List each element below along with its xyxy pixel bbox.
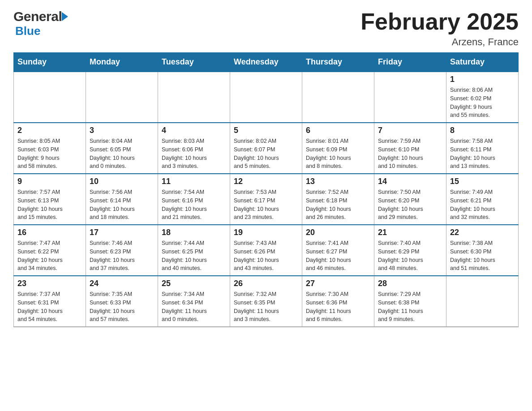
day-cell-w5-d1: 23Sunrise: 7:37 AMSunset: 6:31 PMDayligh… <box>14 276 86 327</box>
day-cell-w2-d1: 2Sunrise: 8:05 AMSunset: 6:03 PMDaylight… <box>14 123 86 174</box>
header-thursday: Thursday <box>302 53 374 72</box>
day-info: Sunrise: 7:47 AMSunset: 6:22 PMDaylight:… <box>17 239 82 273</box>
day-cell-w3-d5: 13Sunrise: 7:52 AMSunset: 6:18 PMDayligh… <box>302 174 374 225</box>
week-row-5: 23Sunrise: 7:37 AMSunset: 6:31 PMDayligh… <box>14 276 519 327</box>
day-number: 7 <box>378 126 442 135</box>
header-saturday: Saturday <box>446 53 519 72</box>
day-cell-w1-d4 <box>230 72 302 123</box>
day-number: 16 <box>17 228 82 237</box>
day-cell-w5-d6: 28Sunrise: 7:29 AMSunset: 6:38 PMDayligh… <box>374 276 446 327</box>
day-cell-w4-d3: 18Sunrise: 7:44 AMSunset: 6:25 PMDayligh… <box>158 225 230 276</box>
day-cell-w4-d5: 20Sunrise: 7:41 AMSunset: 6:27 PMDayligh… <box>302 225 374 276</box>
day-number: 3 <box>90 126 154 135</box>
day-info: Sunrise: 7:38 AMSunset: 6:30 PMDaylight:… <box>450 239 515 273</box>
day-info: Sunrise: 7:29 AMSunset: 6:38 PMDaylight:… <box>378 290 442 324</box>
day-info: Sunrise: 7:57 AMSunset: 6:13 PMDaylight:… <box>17 188 82 222</box>
day-info: Sunrise: 8:03 AMSunset: 6:06 PMDaylight:… <box>162 137 226 171</box>
day-cell-w2-d7: 8Sunrise: 7:58 AMSunset: 6:11 PMDaylight… <box>446 123 519 174</box>
logo-blue-text: Blue <box>15 24 68 38</box>
day-number: 19 <box>234 228 298 237</box>
day-info: Sunrise: 7:56 AMSunset: 6:14 PMDaylight:… <box>90 188 154 222</box>
day-number: 26 <box>234 279 298 288</box>
day-cell-w4-d6: 21Sunrise: 7:40 AMSunset: 6:29 PMDayligh… <box>374 225 446 276</box>
day-cell-w3-d6: 14Sunrise: 7:50 AMSunset: 6:20 PMDayligh… <box>374 174 446 225</box>
day-info: Sunrise: 7:54 AMSunset: 6:16 PMDaylight:… <box>162 188 226 222</box>
day-cell-w2-d4: 5Sunrise: 8:02 AMSunset: 6:07 PMDaylight… <box>230 123 302 174</box>
location-subtitle: Arzens, France <box>360 36 519 48</box>
day-info: Sunrise: 7:41 AMSunset: 6:27 PMDaylight:… <box>306 239 370 273</box>
day-info: Sunrise: 7:40 AMSunset: 6:29 PMDaylight:… <box>378 239 442 273</box>
day-info: Sunrise: 7:37 AMSunset: 6:31 PMDaylight:… <box>17 290 82 324</box>
day-number: 2 <box>17 126 82 135</box>
day-number: 12 <box>234 177 298 186</box>
calendar-title: February 2025 <box>360 9 519 34</box>
header-sunday: Sunday <box>14 53 86 72</box>
day-cell-w1-d1 <box>14 72 86 123</box>
day-cell-w3-d2: 10Sunrise: 7:56 AMSunset: 6:14 PMDayligh… <box>86 174 158 225</box>
week-row-4: 16Sunrise: 7:47 AMSunset: 6:22 PMDayligh… <box>14 225 519 276</box>
day-info: Sunrise: 7:59 AMSunset: 6:10 PMDaylight:… <box>378 137 442 171</box>
day-number: 23 <box>17 279 82 288</box>
day-cell-w3-d4: 12Sunrise: 7:53 AMSunset: 6:17 PMDayligh… <box>230 174 302 225</box>
day-info: Sunrise: 7:30 AMSunset: 6:36 PMDaylight:… <box>306 290 370 324</box>
day-cell-w5-d4: 26Sunrise: 7:32 AMSunset: 6:35 PMDayligh… <box>230 276 302 327</box>
day-number: 13 <box>306 177 370 186</box>
day-info: Sunrise: 8:06 AMSunset: 6:02 PMDaylight:… <box>450 86 515 120</box>
page-header: General Blue February 2025 Arzens, Franc… <box>13 9 519 48</box>
day-number: 10 <box>90 177 154 186</box>
day-info: Sunrise: 8:01 AMSunset: 6:09 PMDaylight:… <box>306 137 370 171</box>
day-info: Sunrise: 7:58 AMSunset: 6:11 PMDaylight:… <box>450 137 515 171</box>
day-info: Sunrise: 7:35 AMSunset: 6:33 PMDaylight:… <box>90 290 154 324</box>
day-info: Sunrise: 7:49 AMSunset: 6:21 PMDaylight:… <box>450 188 515 222</box>
week-row-1: 1Sunrise: 8:06 AMSunset: 6:02 PMDaylight… <box>14 72 519 123</box>
day-info: Sunrise: 7:34 AMSunset: 6:34 PMDaylight:… <box>162 290 226 324</box>
header-tuesday: Tuesday <box>158 53 230 72</box>
day-info: Sunrise: 7:50 AMSunset: 6:20 PMDaylight:… <box>378 188 442 222</box>
day-cell-w1-d5 <box>302 72 374 123</box>
logo-arrow-icon <box>62 12 68 21</box>
day-number: 28 <box>378 279 442 288</box>
day-number: 4 <box>162 126 226 135</box>
logo: General Blue <box>13 9 68 38</box>
day-cell-w2-d3: 4Sunrise: 8:03 AMSunset: 6:06 PMDaylight… <box>158 123 230 174</box>
day-cell-w2-d6: 7Sunrise: 7:59 AMSunset: 6:10 PMDaylight… <box>374 123 446 174</box>
day-cell-w1-d6 <box>374 72 446 123</box>
day-cell-w3-d3: 11Sunrise: 7:54 AMSunset: 6:16 PMDayligh… <box>158 174 230 225</box>
day-info: Sunrise: 7:43 AMSunset: 6:26 PMDaylight:… <box>234 239 298 273</box>
day-cell-w5-d7 <box>446 276 519 327</box>
day-info: Sunrise: 7:52 AMSunset: 6:18 PMDaylight:… <box>306 188 370 222</box>
day-cell-w2-d2: 3Sunrise: 8:04 AMSunset: 6:05 PMDaylight… <box>86 123 158 174</box>
day-cell-w5-d3: 25Sunrise: 7:34 AMSunset: 6:34 PMDayligh… <box>158 276 230 327</box>
week-row-2: 2Sunrise: 8:05 AMSunset: 6:03 PMDaylight… <box>14 123 519 174</box>
day-info: Sunrise: 7:46 AMSunset: 6:23 PMDaylight:… <box>90 239 154 273</box>
day-number: 25 <box>162 279 226 288</box>
day-info: Sunrise: 8:05 AMSunset: 6:03 PMDaylight:… <box>17 137 82 171</box>
calendar-table: Sunday Monday Tuesday Wednesday Thursday… <box>13 52 519 327</box>
header-monday: Monday <box>86 53 158 72</box>
day-info: Sunrise: 8:04 AMSunset: 6:05 PMDaylight:… <box>90 137 154 171</box>
day-number: 1 <box>450 75 515 84</box>
day-number: 20 <box>306 228 370 237</box>
weekday-header-row: Sunday Monday Tuesday Wednesday Thursday… <box>14 53 519 72</box>
day-cell-w4-d2: 17Sunrise: 7:46 AMSunset: 6:23 PMDayligh… <box>86 225 158 276</box>
week-row-3: 9Sunrise: 7:57 AMSunset: 6:13 PMDaylight… <box>14 174 519 225</box>
day-cell-w2-d5: 6Sunrise: 8:01 AMSunset: 6:09 PMDaylight… <box>302 123 374 174</box>
day-cell-w4-d7: 22Sunrise: 7:38 AMSunset: 6:30 PMDayligh… <box>446 225 519 276</box>
day-cell-w1-d2 <box>86 72 158 123</box>
day-cell-w1-d3 <box>158 72 230 123</box>
day-number: 5 <box>234 126 298 135</box>
day-cell-w3-d1: 9Sunrise: 7:57 AMSunset: 6:13 PMDaylight… <box>14 174 86 225</box>
title-block: February 2025 Arzens, France <box>360 9 519 48</box>
day-cell-w5-d2: 24Sunrise: 7:35 AMSunset: 6:33 PMDayligh… <box>86 276 158 327</box>
day-cell-w1-d7: 1Sunrise: 8:06 AMSunset: 6:02 PMDaylight… <box>446 72 519 123</box>
day-number: 6 <box>306 126 370 135</box>
day-number: 27 <box>306 279 370 288</box>
day-cell-w4-d1: 16Sunrise: 7:47 AMSunset: 6:22 PMDayligh… <box>14 225 86 276</box>
day-number: 11 <box>162 177 226 186</box>
day-info: Sunrise: 7:44 AMSunset: 6:25 PMDaylight:… <box>162 239 226 273</box>
header-friday: Friday <box>374 53 446 72</box>
day-number: 15 <box>450 177 515 186</box>
day-number: 24 <box>90 279 154 288</box>
day-info: Sunrise: 7:53 AMSunset: 6:17 PMDaylight:… <box>234 188 298 222</box>
day-number: 21 <box>378 228 442 237</box>
